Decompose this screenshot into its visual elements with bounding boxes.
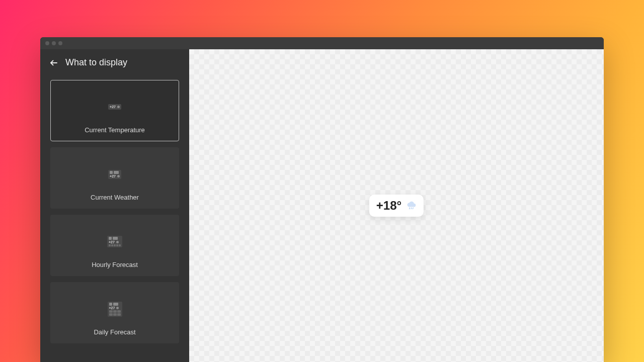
option-preview: +27 xyxy=(107,222,122,261)
mini-widget-preview: +27 xyxy=(108,302,122,317)
mini-widget-preview: +27 xyxy=(108,170,121,179)
option-daily-forecast[interactable]: +27 Daily Forecast xyxy=(50,282,179,343)
mini-header-bar xyxy=(113,303,118,306)
mini-widget-preview: +27 xyxy=(107,236,122,247)
mini-weather-icon xyxy=(117,106,120,108)
mini-temp-label: +27 xyxy=(110,174,116,178)
option-hourly-forecast[interactable]: +27 Hourly Forecast xyxy=(50,215,179,276)
mini-temp-label: +27 xyxy=(109,306,115,310)
mini-temp-label: +27 xyxy=(109,240,115,244)
mini-header-bar xyxy=(113,237,118,240)
option-current-weather[interactable]: +27 Current Weather xyxy=(50,147,179,209)
mini-weather-icon xyxy=(116,241,119,243)
sidebar-title: What to display xyxy=(65,57,127,68)
option-preview: +27 xyxy=(108,155,121,194)
option-label: Current Weather xyxy=(91,194,139,201)
sidebar: What to display +27 Current Temperature xyxy=(40,49,189,362)
display-options-list: +27 Current Temperature xyxy=(40,75,189,353)
weather-widget[interactable]: +18° xyxy=(369,195,424,217)
svg-line-1 xyxy=(410,208,410,209)
mini-header-bar xyxy=(114,171,119,174)
option-label: Daily Forecast xyxy=(94,328,135,336)
option-preview: +27 xyxy=(108,290,122,328)
window-control-minimize[interactable] xyxy=(52,41,56,45)
cloud-rain-icon xyxy=(407,201,417,210)
window-control-close[interactable] xyxy=(45,41,49,45)
mini-daily-grid xyxy=(109,310,121,316)
mini-weather-icon xyxy=(116,307,119,309)
option-label: Current Temperature xyxy=(85,126,145,134)
option-preview: +27 xyxy=(108,87,121,126)
preview-canvas[interactable]: +18° xyxy=(189,49,604,362)
option-current-temperature[interactable]: +27 Current Temperature xyxy=(50,80,179,141)
titlebar xyxy=(40,37,604,49)
content-area: What to display +27 Current Temperature xyxy=(40,49,604,362)
widget-temperature: +18° xyxy=(376,199,401,213)
mini-header-icon xyxy=(110,171,113,174)
mini-temp-label: +27 xyxy=(110,105,116,109)
svg-line-3 xyxy=(413,208,414,209)
app-window: What to display +27 Current Temperature xyxy=(40,37,604,362)
back-arrow-icon[interactable] xyxy=(49,58,58,67)
mini-header-icon xyxy=(109,303,112,306)
mini-weather-icon xyxy=(117,175,120,177)
svg-line-2 xyxy=(411,208,412,209)
mini-widget-preview: +27 xyxy=(108,104,121,110)
mini-header-icon xyxy=(109,237,112,240)
option-label: Hourly Forecast xyxy=(92,261,138,268)
window-control-zoom[interactable] xyxy=(58,41,62,45)
mini-hourly-bars xyxy=(109,244,121,246)
sidebar-header: What to display xyxy=(40,49,189,75)
